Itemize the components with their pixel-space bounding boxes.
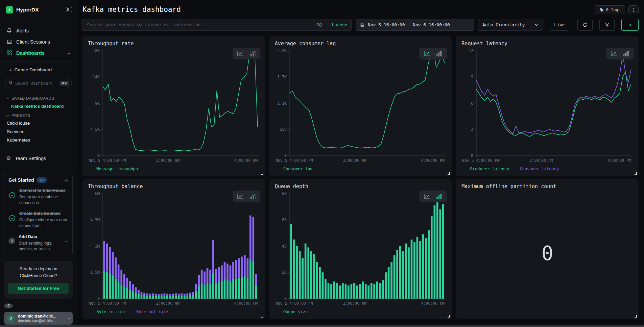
granularity-select[interactable]: Auto Granularity — [478, 19, 543, 31]
filter-icon — [604, 22, 610, 27]
bar-chart-icon[interactable] — [436, 51, 443, 56]
line-chart-icon[interactable] — [237, 51, 244, 56]
event-search-box[interactable]: SQL | Lucene — [82, 19, 352, 31]
svg-text:Nov 5 4:00:00 PM: Nov 5 4:00:00 PM — [89, 158, 126, 163]
get-started-step-1[interactable]: Connect to ClickHouse Set up your databa… — [8, 187, 68, 205]
svg-text:4:00:00 PM: 4:00:00 PM — [421, 301, 444, 306]
tags-button[interactable]: 0 Tags — [595, 5, 625, 14]
panel-resize-handle[interactable] — [635, 315, 637, 318]
create-dashboard-button[interactable]: + Create Dashboard — [4, 65, 73, 77]
sidebar-item-alerts[interactable]: Alerts — [4, 25, 73, 36]
hyperdx-logo-icon — [6, 6, 13, 14]
sidebar-item-label: Dashboards — [16, 50, 45, 56]
sidebar-item-dashboards[interactable]: Dashboards — [4, 47, 73, 58]
refresh-button[interactable] — [577, 19, 593, 31]
panel-resize-handle[interactable] — [261, 315, 263, 318]
chart-legend: —Producer latency—Consumer latency — [461, 164, 633, 174]
chart-type-toggle — [419, 191, 447, 202]
chart-plot-area: 129630Nov 5 4:00:00 PM2:00:00 AM4:00:00 … — [461, 47, 633, 164]
saved-dashboards-search[interactable]: ⌘K — [5, 78, 72, 88]
brand[interactable]: HyperDX — [4, 6, 73, 14]
line-chart-icon[interactable] — [424, 194, 431, 199]
svg-text:2:00:00 AM: 2:00:00 AM — [530, 158, 553, 163]
get-started-free-button[interactable]: Get Started for Free — [8, 283, 69, 294]
chart-panel-throughput-balance: Throughput balance 6M4.5M3M1.5M0Nov 5 4:… — [82, 179, 265, 319]
section-presets[interactable]: PRESETS — [4, 112, 73, 119]
svg-text:Nov 5 4:00:00 PM: Nov 5 4:00:00 PM — [89, 301, 126, 306]
help-button[interactable]: ? — [4, 303, 13, 308]
bar-chart-icon[interactable] — [249, 51, 256, 56]
horizontal-scrollbar[interactable] — [0, 325, 644, 327]
sidebar-item-label: Alerts — [16, 28, 29, 33]
svg-text:18K: 18K — [93, 48, 100, 53]
filter-button[interactable] — [599, 19, 615, 31]
preset-services[interactable]: Services — [4, 127, 73, 136]
date-range-picker[interactable]: Nov 5 16:00:00 - Nov 6 16:00:00 — [356, 19, 474, 31]
chart-panel-throughput-rate: Throughput rate 18K14K9K4.5K0Nov 5 4:00:… — [82, 36, 265, 176]
event-search-input[interactable] — [87, 22, 316, 27]
bar-chart-icon[interactable] — [436, 194, 443, 199]
more-options-button[interactable]: ⋮ — [628, 5, 639, 14]
preset-clickhouse[interactable]: ClickHouse — [4, 119, 73, 127]
lucene-toggle[interactable]: Lucene — [332, 22, 347, 27]
legend-item[interactable]: —Message throughput — [92, 167, 140, 171]
date-range-value: Nov 5 16:00:00 - Nov 6 16:00:00 — [368, 22, 450, 27]
svg-text:2:00:00 AM: 2:00:00 AM — [343, 158, 366, 163]
chart-plot-area: 18K14K9K4.5K0Nov 5 4:00:00 PM2:00:00 AM4… — [88, 47, 260, 164]
section-saved-dashboards[interactable]: SAVED DASHBOARDS — [4, 95, 73, 102]
panel-resize-handle[interactable] — [448, 315, 450, 318]
svg-text:2.2K: 2.2K — [277, 48, 287, 53]
saved-dashboards-search-input[interactable] — [15, 81, 52, 86]
get-started-header[interactable]: Get Started 2/3 — [8, 177, 68, 183]
panel-resize-handle[interactable] — [635, 172, 637, 175]
chart-plot-area: 2.2K1.7K1.1K5500Nov 5 4:00:00 PM2:00:00 … — [275, 47, 447, 164]
legend-item[interactable]: —Consumer latency — [515, 167, 559, 171]
user-menu[interactable]: D dominic.tran@clic... dominic.tran@clic… — [4, 312, 73, 325]
sidebar-collapse-icon[interactable] — [66, 7, 72, 12]
svg-text:9: 9 — [471, 75, 473, 79]
svg-text:0: 0 — [471, 153, 473, 158]
legend-item[interactable]: —Producer latency — [466, 167, 509, 171]
clickhouse-cloud-promo: Ready to deploy on ClickHouse Cloud? Get… — [4, 261, 73, 299]
sidebar-item-team-settings[interactable]: ⚙ Team Settings — [4, 153, 73, 164]
bar-chart-icon[interactable] — [623, 51, 629, 56]
step-title: Connect to ClickHouse — [19, 188, 66, 193]
sidebar-item-kafka-dashboard[interactable]: Kafka metrics dashboard — [4, 102, 73, 111]
svg-text:0: 0 — [97, 296, 100, 301]
legend-item[interactable]: —Byte in rate — [92, 309, 126, 314]
chevron-up-icon[interactable] — [65, 177, 68, 183]
bar-chart-icon[interactable] — [249, 194, 256, 199]
get-started-step-2[interactable]: Create Data Sources Configure where your… — [8, 210, 68, 228]
run-query-button[interactable] — [621, 19, 639, 31]
chart-type-toggle — [419, 48, 447, 59]
line-chart-icon[interactable] — [424, 51, 431, 56]
svg-text:1.7K: 1.7K — [277, 75, 287, 79]
gear-icon: ⚙ — [6, 156, 11, 161]
main-header: Kafka metrics dashboard 0 Tags ⋮ — [82, 5, 639, 14]
chevron-up-icon[interactable] — [67, 50, 71, 56]
sidebar-item-client-sessions[interactable]: Client Sessions — [4, 36, 73, 47]
live-button[interactable]: Live — [550, 19, 569, 31]
panel-resize-handle[interactable] — [448, 172, 450, 175]
preset-kubernetes[interactable]: Kubernetes — [4, 136, 73, 144]
step-title: Create Data Sources — [19, 211, 61, 216]
user-name: dominic.tran@clic... — [18, 314, 56, 319]
main-content: Kafka metrics dashboard 0 Tags ⋮ SQL | L… — [77, 0, 644, 327]
panel-resize-handle[interactable] — [261, 172, 263, 175]
legend-item[interactable]: —Queue size — [279, 309, 308, 314]
get-started-step-3[interactable]: 3 Add Data Start sending logs, metrics, … — [8, 233, 68, 252]
divider — [0, 61, 77, 61]
chart-title: Throughput rate — [88, 41, 260, 47]
create-dashboard-label: Create Dashboard — [15, 67, 52, 72]
chart-type-toggle — [233, 191, 260, 202]
svg-text:9K: 9K — [95, 101, 100, 106]
svg-text:4:00:00 PM: 4:00:00 PM — [608, 158, 631, 163]
line-chart-icon[interactable] — [237, 194, 244, 199]
legend-item[interactable]: —Consumer lag — [279, 167, 313, 171]
bell-icon — [6, 28, 12, 33]
step-desc: Set up your database connection — [19, 194, 68, 206]
line-chart-icon[interactable] — [611, 51, 618, 56]
sql-toggle[interactable]: SQL — [316, 22, 324, 27]
chevron-down-icon — [6, 115, 9, 117]
legend-item[interactable]: —Byte out rate — [132, 309, 168, 314]
